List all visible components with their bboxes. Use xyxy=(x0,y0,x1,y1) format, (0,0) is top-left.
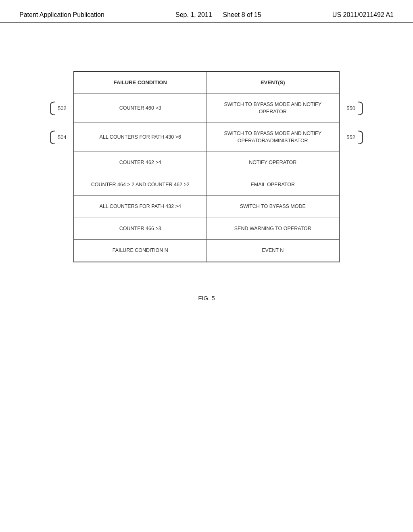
right-bracket-icon xyxy=(357,101,365,116)
table-header-row: FAILURE CONDITION EVENT(S) xyxy=(74,71,339,94)
event-cell: EMAIL OPERATOR xyxy=(206,174,339,196)
condition-cell: COUNTER 466 >3 xyxy=(74,218,206,240)
condition-cell: FAILURE CONDITION N xyxy=(74,240,206,262)
table-row: COUNTER 462 >4NOTIFY OPERATOR xyxy=(74,152,339,174)
header-sheet: Sheet 8 of 15 xyxy=(223,11,261,18)
left-bracket-label-502: 502 xyxy=(48,101,67,116)
left-bracket-icon xyxy=(48,101,56,116)
event-cell: SWITCH TO BYPASS MODE xyxy=(206,196,339,218)
header-right: US 2011/0211492 A1 xyxy=(332,11,394,19)
table-row: FAILURE CONDITION NEVENT N xyxy=(74,240,339,262)
table-row: COUNTER 464 > 2 AND COUNTER 462 >2EMAIL … xyxy=(74,174,339,196)
event-cell: NOTIFY OPERATOR xyxy=(206,152,339,174)
col-header-condition: FAILURE CONDITION xyxy=(74,71,206,94)
header-left: Patent Application Publication xyxy=(19,11,104,19)
condition-cell: 504ALL COUNTERS FOR PATH 430 >6 xyxy=(74,123,206,152)
right-bracket-label-552: 552 xyxy=(346,130,365,145)
data-table: FAILURE CONDITION EVENT(S) 502COUNTER 46… xyxy=(73,71,340,262)
event-cell: SEND WARNING TO OPERATOR xyxy=(206,218,339,240)
table-row: 504ALL COUNTERS FOR PATH 430 >6SWITCH TO… xyxy=(74,123,339,152)
table-row: ALL COUNTERS FOR PATH 432 >4SWITCH TO BY… xyxy=(74,196,339,218)
event-cell: SWITCH TO BYPASS MODE AND NOTIFY OPERATO… xyxy=(206,94,339,123)
event-cell: EVENT N xyxy=(206,240,339,262)
left-bracket-icon xyxy=(48,130,56,145)
condition-cell: ALL COUNTERS FOR PATH 432 >4 xyxy=(74,196,206,218)
event-cell: SWITCH TO BYPASS MODE AND NOTIFY OPERATO… xyxy=(206,123,339,152)
right-bracket-icon xyxy=(357,130,365,145)
figure-caption: FIG. 5 xyxy=(198,295,215,301)
condition-cell: COUNTER 462 >4 xyxy=(74,152,206,174)
table-wrapper: FAILURE CONDITION EVENT(S) 502COUNTER 46… xyxy=(73,71,340,262)
table-row: 502COUNTER 460 >3SWITCH TO BYPASS MODE A… xyxy=(74,94,339,123)
condition-cell: COUNTER 464 > 2 AND COUNTER 462 >2 xyxy=(74,174,206,196)
table-row: COUNTER 466 >3SEND WARNING TO OPERATOR xyxy=(74,218,339,240)
header-center: Sep. 1, 2011 Sheet 8 of 15 xyxy=(175,11,261,19)
page-header: Patent Application Publication Sep. 1, 2… xyxy=(0,0,413,23)
header-date: Sep. 1, 2011 xyxy=(175,11,212,18)
main-content: FAILURE CONDITION EVENT(S) 502COUNTER 46… xyxy=(0,23,413,301)
left-bracket-label-504: 504 xyxy=(48,130,67,145)
condition-cell: 502COUNTER 460 >3 xyxy=(74,94,206,123)
right-bracket-label-550: 550 xyxy=(346,101,365,116)
col-header-event: EVENT(S) xyxy=(206,71,339,94)
